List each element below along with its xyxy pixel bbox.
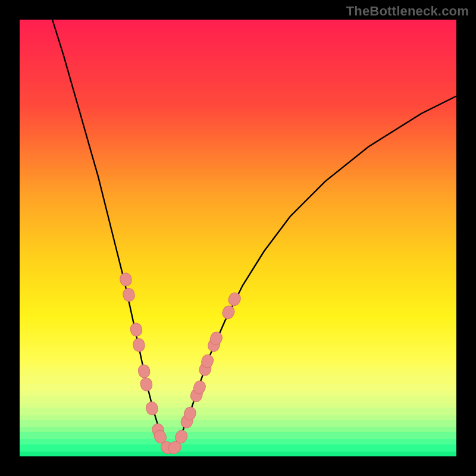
chart-frame: TheBottleneck.com — [0, 0, 476, 476]
curve-right-branch — [168, 96, 456, 450]
plot-area — [20, 20, 456, 456]
marker-layer — [119, 272, 242, 456]
curve-layer — [52, 20, 456, 450]
watermark-text: TheBottleneck.com — [346, 4, 469, 19]
chart-svg — [20, 20, 456, 456]
